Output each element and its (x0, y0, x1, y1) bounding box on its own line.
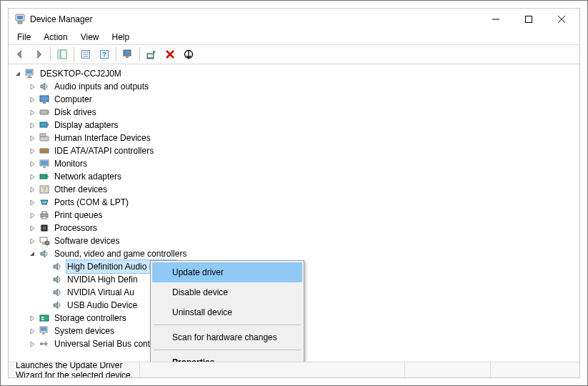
expander-open-icon[interactable] (27, 249, 37, 259)
forward-button[interactable] (30, 46, 47, 62)
expander-closed-icon[interactable] (27, 133, 37, 143)
close-button[interactable] (545, 9, 578, 30)
category-ports[interactable]: Ports (COM & LPT) (10, 196, 578, 209)
category-display[interactable]: Display adapters (10, 119, 578, 132)
maximize-button[interactable] (512, 9, 545, 30)
port-icon (39, 197, 50, 208)
menu-action[interactable]: Action (38, 31, 73, 44)
titlebar: Device Manager (9, 9, 579, 30)
svg-rect-2 (18, 21, 22, 24)
ide-icon (39, 145, 50, 157)
category-sound[interactable]: Sound, video and game controllers (10, 247, 578, 260)
svg-rect-59 (41, 319, 44, 320)
svg-rect-15 (126, 56, 129, 58)
context-disable-device[interactable]: Disable device (152, 282, 302, 302)
svg-rect-36 (43, 167, 46, 168)
computer-icon (24, 68, 36, 79)
svg-rect-57 (40, 315, 49, 321)
properties-button-toolbar[interactable] (77, 46, 94, 62)
context-uninstall-device[interactable]: Uninstall device (152, 302, 302, 322)
usb-icon (39, 338, 50, 350)
context-update-driver[interactable]: Update driver (152, 262, 302, 282)
toolbar: ? (9, 44, 579, 64)
expander-closed-icon[interactable] (27, 107, 37, 117)
disable-button-toolbar[interactable] (180, 46, 197, 62)
svg-rect-38 (47, 176, 49, 177)
help-button[interactable]: ? (96, 46, 113, 62)
software-device-icon (39, 235, 50, 247)
category-cpu[interactable]: Processors (10, 222, 578, 234)
expander-closed-icon[interactable] (27, 236, 37, 246)
monitor-icon (39, 94, 50, 105)
menu-file[interactable]: File (11, 31, 36, 44)
expander-closed-icon[interactable] (27, 146, 37, 156)
expander-closed-icon[interactable] (27, 120, 37, 130)
cpu-icon (39, 222, 50, 234)
category-audio[interactable]: Audio inputs and outputs (10, 80, 578, 93)
expander-closed-icon[interactable] (27, 223, 37, 233)
display-adapter-icon (39, 119, 50, 131)
menu-view[interactable]: View (75, 31, 105, 44)
expander-closed-icon[interactable] (27, 313, 37, 323)
svg-rect-54 (41, 238, 46, 242)
expander-closed-icon[interactable] (27, 339, 37, 349)
category-software[interactable]: Software devices (10, 234, 578, 247)
svg-rect-58 (41, 317, 44, 318)
expander-closed-icon[interactable] (27, 94, 37, 104)
svg-rect-35 (41, 161, 48, 165)
speaker-icon (51, 300, 63, 311)
expander-closed-icon[interactable] (27, 172, 37, 182)
context-properties[interactable]: Properties (152, 352, 302, 362)
uninstall-button-toolbar[interactable] (161, 46, 179, 62)
expander-closed-icon[interactable] (27, 81, 37, 91)
expander-closed-icon[interactable] (27, 184, 37, 194)
device-tree[interactable]: DESKTOP-CCJ2J0M Audio inputs and outputs… (9, 64, 579, 362)
printer-icon (39, 209, 50, 221)
expander-closed-icon[interactable] (27, 326, 37, 336)
category-ide[interactable]: IDE ATA/ATAPI controllers (10, 144, 578, 157)
expander-open-icon[interactable] (13, 69, 23, 79)
hid-icon (39, 132, 50, 144)
svg-rect-23 (40, 96, 49, 102)
unknown-device-icon: ? (39, 184, 50, 195)
context-separator (154, 325, 301, 325)
statusbar: Launches the Update Driver Wizard for th… (9, 362, 579, 377)
back-button[interactable] (11, 46, 29, 62)
category-other[interactable]: ? Other devices (10, 183, 578, 196)
root-label: DESKTOP-CCJ2J0M (39, 67, 123, 80)
update-driver-button-toolbar[interactable] (143, 46, 160, 62)
tree-root[interactable]: DESKTOP-CCJ2J0M (10, 67, 578, 80)
context-scan-hardware[interactable]: Scan for hardware changes (152, 327, 302, 347)
svg-rect-1 (17, 16, 23, 19)
svg-point-56 (45, 241, 49, 245)
scan-hardware-button[interactable] (119, 46, 136, 62)
svg-rect-37 (40, 174, 47, 179)
svg-rect-22 (26, 77, 32, 78)
context-menu: Update driver Disable device Uninstall d… (150, 260, 304, 362)
svg-rect-31 (40, 149, 49, 153)
speaker-icon (39, 248, 50, 259)
expander-closed-icon[interactable] (27, 197, 37, 207)
category-monitors[interactable]: Monitors (10, 157, 578, 170)
category-hid[interactable]: Human Interface Devices (10, 132, 578, 144)
category-printq[interactable]: Print queues (10, 209, 578, 222)
svg-rect-24 (43, 102, 46, 104)
menu-help[interactable]: Help (106, 31, 136, 44)
svg-rect-3 (526, 16, 532, 23)
category-disk[interactable]: Disk drives (10, 106, 578, 119)
svg-rect-30 (40, 134, 46, 137)
svg-rect-17 (148, 54, 153, 57)
svg-rect-46 (42, 217, 46, 219)
window-title: Device Manager (30, 14, 92, 24)
category-network[interactable]: Network adapters (10, 170, 578, 183)
svg-rect-21 (28, 76, 31, 77)
disk-icon (39, 107, 50, 118)
minimize-button[interactable] (479, 9, 512, 30)
expander-closed-icon[interactable] (27, 210, 37, 220)
svg-rect-61 (41, 327, 46, 331)
expander-closed-icon[interactable] (27, 159, 37, 169)
svg-point-41 (42, 202, 44, 203)
category-computer[interactable]: Computer (10, 93, 578, 106)
show-hide-tree-button[interactable] (54, 46, 71, 62)
svg-rect-62 (42, 333, 45, 335)
